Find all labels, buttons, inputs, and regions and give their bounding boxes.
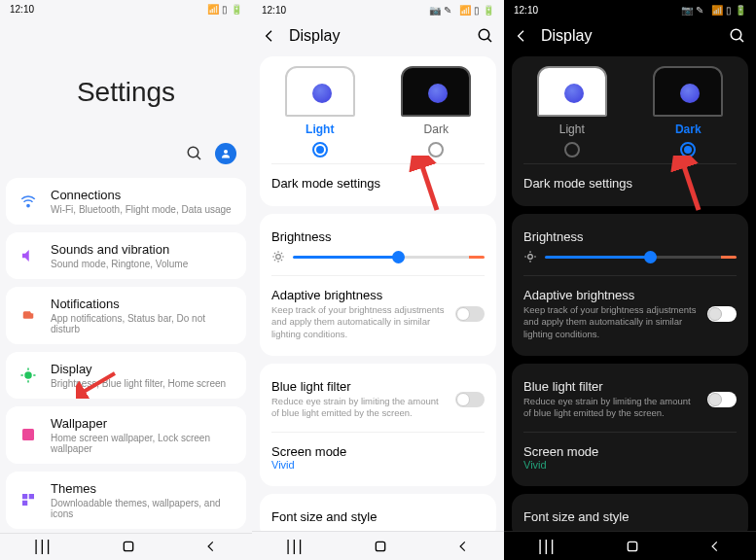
sound-icon (18, 247, 39, 264)
filter-panel: Blue light filterReduce eye strain by li… (260, 364, 496, 486)
light-label: Light (306, 122, 334, 136)
svg-rect-14 (22, 501, 27, 506)
blue-light-row[interactable]: Blue light filterReduce eye strain by li… (523, 373, 737, 426)
svg-line-24 (274, 253, 275, 254)
brightness-panel: Brightness Adaptive brightnessKeep track… (512, 214, 748, 356)
brightness-panel: Brightness Adaptive brightnessKeep track… (260, 214, 496, 356)
light-preview-icon (537, 66, 607, 117)
item-title: Wallpaper (51, 416, 234, 431)
screen-mode-value: Vivid (271, 459, 485, 471)
nav-bar: ||| (0, 533, 252, 560)
light-label: Light (559, 122, 585, 136)
bluelight-toggle[interactable] (455, 392, 485, 407)
search-icon[interactable] (477, 27, 494, 45)
back-icon[interactable] (204, 540, 218, 553)
recent-apps-icon[interactable]: ||| (538, 538, 556, 555)
account-avatar[interactable] (215, 143, 236, 164)
svg-rect-13 (29, 494, 34, 499)
back-icon[interactable] (262, 28, 277, 44)
filter-panel: Blue light filterReduce eye strain by li… (512, 364, 748, 486)
blue-light-row[interactable]: Blue light filterReduce eye strain by li… (271, 373, 485, 426)
settings-item-notifications[interactable]: NotificationsApp notifications, Status b… (6, 287, 246, 344)
font-panel[interactable]: Font size and style (260, 494, 496, 531)
settings-item-sounds[interactable]: Sounds and vibrationSound mode, Ringtone… (6, 232, 246, 279)
screen-mode-value: Vivid (523, 459, 737, 471)
svg-point-19 (276, 255, 281, 260)
app-bar: Display (252, 19, 504, 52)
theme-option-dark[interactable]: Dark (640, 66, 738, 158)
adaptive-brightness-row[interactable]: Adaptive brightnessKeep track of your br… (271, 282, 485, 346)
svg-line-27 (281, 253, 282, 254)
font-panel[interactable]: Font size and style (512, 494, 748, 531)
settings-item-connections[interactable]: ConnectionsWi-Fi, Bluetooth, Flight mode… (6, 178, 246, 225)
sun-icon (271, 250, 285, 263)
item-sub: Wi-Fi, Bluetooth, Flight mode, Data usag… (51, 204, 234, 215)
theme-panel: Light Dark Dark mode settings (260, 56, 496, 206)
status-time: 12:10 (514, 5, 538, 16)
dark-label: Dark (424, 122, 449, 136)
display-icon (18, 367, 39, 384)
status-time: 12:10 (10, 4, 34, 15)
status-time: 12:10 (262, 5, 286, 16)
status-bar: 12:10 📷 ✎ 📶 ▯ 🔋 (504, 0, 756, 19)
settings-item-display[interactable]: DisplayBrightness, Blue light filter, Ho… (6, 352, 246, 399)
light-preview-icon (285, 66, 355, 117)
item-title: Display (51, 362, 234, 376)
brightness-slider[interactable] (271, 250, 485, 263)
screen-mode-row[interactable]: Screen mode Vivid (271, 438, 485, 476)
light-radio[interactable] (312, 142, 328, 158)
item-sub: Brightness, Blue light filter, Home scre… (51, 378, 234, 389)
svg-line-26 (274, 260, 275, 261)
settings-item-wallpaper[interactable]: WallpaperHome screen wallpaper, Lock scr… (6, 406, 246, 464)
svg-point-30 (731, 29, 741, 40)
adaptive-toggle[interactable] (455, 306, 485, 322)
svg-point-32 (528, 255, 533, 260)
svg-point-2 (224, 150, 228, 154)
back-icon[interactable] (514, 28, 529, 44)
theme-option-dark[interactable]: Dark (388, 66, 486, 158)
back-nav-icon[interactable] (456, 540, 470, 553)
brightness-slider[interactable] (523, 250, 737, 263)
adaptive-brightness-row[interactable]: Adaptive brightnessKeep track of your br… (523, 282, 737, 346)
svg-line-31 (739, 38, 743, 42)
svg-rect-15 (124, 542, 132, 551)
brightness-label: Brightness (271, 229, 485, 244)
dark-radio[interactable] (680, 142, 696, 158)
item-title: Themes (51, 481, 234, 496)
dark-radio[interactable] (428, 142, 444, 158)
svg-point-5 (30, 309, 35, 314)
dark-mode-settings-row[interactable]: Dark mode settings (271, 170, 485, 196)
home-icon[interactable] (625, 539, 640, 554)
page-title: Settings (0, 18, 252, 137)
dark-mode-settings-row[interactable]: Dark mode settings (523, 170, 737, 196)
theme-option-light[interactable]: Light (271, 66, 369, 158)
bluelight-toggle[interactable] (707, 392, 737, 407)
app-title: Display (541, 27, 717, 45)
svg-line-18 (487, 38, 491, 42)
svg-point-17 (479, 29, 489, 40)
status-icons: 📷 ✎ 📶 ▯ 🔋 (429, 5, 494, 16)
item-title: Sounds and vibration (51, 242, 234, 257)
recent-apps-icon[interactable]: ||| (34, 538, 52, 555)
phone-display-dark: 12:10 📷 ✎ 📶 ▯ 🔋 Display Light Dark (504, 0, 756, 560)
sun-icon (523, 250, 537, 263)
theme-option-light[interactable]: Light (523, 66, 621, 158)
screen-mode-row[interactable]: Screen mode Vivid (523, 438, 737, 476)
adaptive-toggle[interactable] (707, 306, 737, 322)
home-icon[interactable] (121, 539, 136, 554)
phone-display-light: 12:10 📷 ✎ 📶 ▯ 🔋 Display Light Dark (252, 0, 504, 560)
item-sub: App notifications, Status bar, Do not di… (51, 313, 234, 334)
theme-panel: Light Dark Dark mode settings (512, 56, 748, 206)
themes-icon (18, 491, 39, 508)
home-icon[interactable] (373, 539, 388, 554)
search-icon[interactable] (186, 145, 203, 162)
light-radio[interactable] (564, 142, 580, 158)
notification-icon (18, 306, 39, 324)
back-nav-icon[interactable] (708, 540, 722, 553)
status-icons: 📶 ▯ 🔋 (207, 4, 242, 15)
status-icons: 📷 ✎ 📶 ▯ 🔋 (681, 5, 746, 16)
svg-line-25 (281, 260, 282, 261)
search-icon[interactable] (729, 27, 746, 45)
settings-item-themes[interactable]: ThemesDownloadable themes, wallpapers, a… (6, 472, 246, 529)
recent-apps-icon[interactable]: ||| (286, 538, 304, 555)
